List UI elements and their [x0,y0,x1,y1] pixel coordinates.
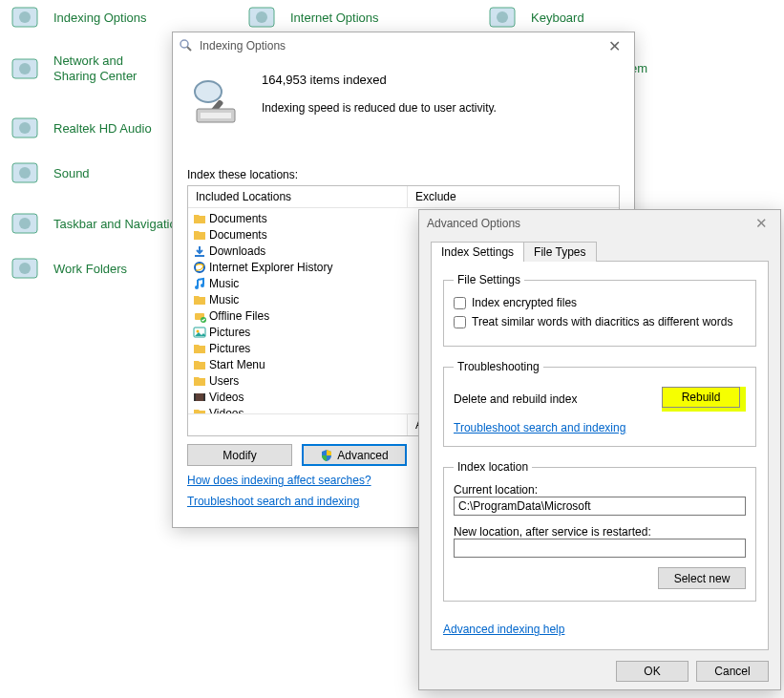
svg-point-25 [201,284,204,287]
offline-icon [192,308,207,324]
svg-point-7 [19,63,31,74]
advanced-button[interactable]: Advanced [302,444,407,466]
troubleshooting-group: Troubleshooting Delete and rebuild index… [443,360,756,447]
cp-item-icon [487,2,518,32]
cp-item-icon [246,2,277,32]
location-name: Users [209,374,239,388]
rebuild-highlight: Rebuild [662,387,746,412]
location-name: Pictures [209,342,250,355]
svg-point-5 [497,11,508,23]
file-settings-group: File Settings Index encrypted files Trea… [443,273,756,347]
location-name: Music [209,293,239,307]
location-name: Pictures [209,326,250,339]
tabs: Index Settings File Types [431,241,769,262]
close-icon[interactable]: ✕ [600,37,628,55]
cp-item-label[interactable]: Keyboard [531,11,584,25]
folder-icon [192,341,207,356]
cp-item[interactable]: Network and Sharing Center [10,53,168,85]
svg-rect-21 [201,113,231,118]
file-settings-legend: File Settings [454,273,524,286]
location-name: Offline Files [209,309,269,323]
ok-button[interactable]: OK [616,661,689,682]
cp-item[interactable]: Internet Options [246,2,379,32]
dialog-title: Indexing Options [200,39,600,53]
cp-item-label[interactable]: Work Folders [53,262,127,276]
location-name: Internet Explorer History [209,261,332,274]
rebuild-button[interactable]: Rebuild [662,387,740,408]
exclude-header[interactable]: Exclude [408,186,619,207]
cp-item[interactable]: Sound [10,158,90,188]
folder-icon [192,373,207,389]
cp-item-icon [10,253,40,284]
tab-panel: File Settings Index encrypted files Trea… [431,262,769,650]
svg-point-29 [197,329,200,332]
troubleshoot-link[interactable]: Troubleshoot search and indexing [187,495,359,508]
troubleshoot-search-link[interactable]: Troubleshoot search and indexing [454,421,625,434]
location-name: Downloads [209,244,265,258]
how-indexing-link[interactable]: How does indexing affect searches? [187,474,371,487]
included-locations-header[interactable]: Included Locations [188,186,408,207]
svg-point-15 [19,263,31,274]
cp-item-label[interactable]: Realtek HD Audio [53,121,152,136]
cp-item-label[interactable]: Internet Options [290,11,379,25]
tab-index-settings[interactable]: Index Settings [431,242,524,262]
troubleshooting-legend: Troubleshooting [454,360,543,373]
location-name: Start Menu [209,358,265,371]
cp-item-label[interactable]: Indexing Options [53,11,147,25]
cp-item-icon [10,53,40,84]
pictures-icon [192,325,207,340]
svg-point-11 [19,167,31,179]
svg-point-3 [256,11,267,23]
cp-item-icon [10,2,40,32]
select-new-button[interactable]: Select new [658,567,746,589]
folder-icon [192,211,207,226]
location-name: Documents [209,212,267,225]
indexing-speed-note: Indexing speed is reduced due to user ac… [262,101,497,115]
cp-item[interactable]: Taskbar and Navigation [10,208,183,239]
cp-item[interactable]: Indexing Options [10,2,147,32]
new-location-label: New location, after service is restarted… [454,525,746,539]
cp-item[interactable]: Work Folders [10,253,127,284]
dialog2-titlebar[interactable]: Advanced Options ✕ [419,210,780,237]
index-locations-label: Index these locations: [187,168,620,181]
svg-line-17 [187,47,191,51]
cp-item-icon [10,158,40,188]
diacritics-checkbox-row[interactable]: Treat similar words with diacritics as d… [454,315,746,328]
svg-point-18 [195,81,222,102]
modify-button[interactable]: Modify [187,444,292,466]
cp-item-label[interactable]: Taskbar and Navigation [53,217,183,231]
dialog-titlebar[interactable]: Indexing Options ✕ [173,32,634,59]
location-name: Documents [209,228,267,242]
music-icon [192,276,207,291]
cancel-button[interactable]: Cancel [696,661,769,682]
diacritics-checkbox[interactable] [454,316,466,328]
current-location-label: Current location: [454,483,746,497]
cp-item-label[interactable]: Network and Sharing Center [53,53,168,85]
delete-rebuild-label: Delete and rebuild index [454,392,577,406]
cp-item[interactable]: Keyboard [487,2,584,32]
svg-rect-22 [195,255,204,257]
search-glass-icon [179,38,194,53]
cp-item-icon [10,113,40,143]
folder-icon [192,292,207,307]
cp-item-icon [10,208,40,239]
cp-item-label[interactable]: Sound [53,166,90,180]
close-icon[interactable]: ✕ [750,215,773,232]
video-icon [192,390,207,405]
current-location-field[interactable] [454,497,746,516]
svg-rect-32 [203,393,205,401]
index-location-legend: Index location [454,460,532,474]
cp-item[interactable]: Realtek HD Audio [10,113,152,143]
folder-icon [192,227,207,243]
svg-point-24 [195,286,199,289]
advanced-help-link[interactable]: Advanced indexing help [443,623,564,636]
download-icon [192,243,207,259]
index-encrypted-checkbox[interactable] [454,297,466,309]
advanced-options-dialog: Advanced Options ✕ Index Settings File T… [418,209,781,690]
tab-file-types[interactable]: File Types [523,242,596,262]
new-location-field[interactable] [454,539,746,558]
svg-point-16 [180,40,188,48]
svg-point-9 [19,122,31,134]
index-encrypted-checkbox-row[interactable]: Index encrypted files [454,296,746,309]
dialog2-title: Advanced Options [427,217,750,230]
